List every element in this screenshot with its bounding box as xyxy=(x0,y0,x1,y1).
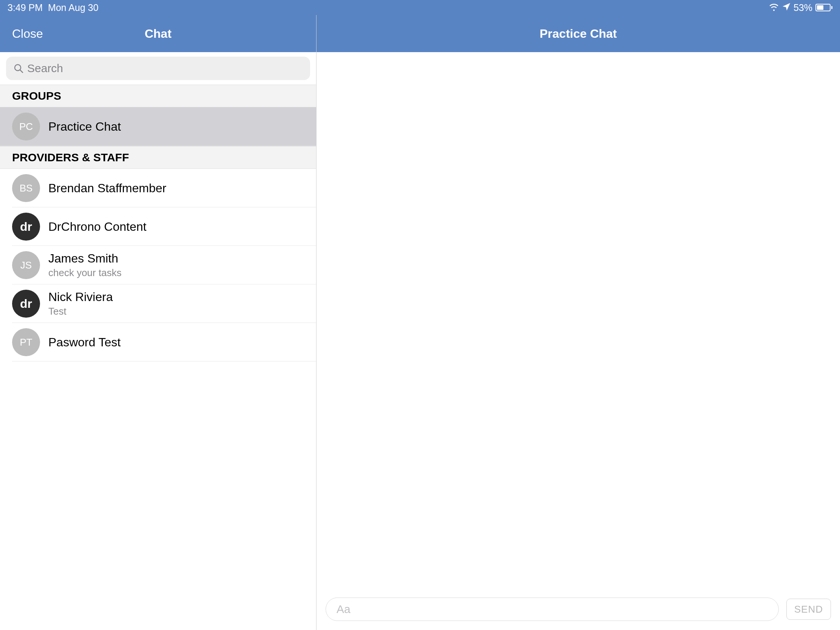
right-panel: Practice Chat SEND xyxy=(316,0,840,630)
group-name: Practice Chat xyxy=(48,120,121,134)
provider-item[interactable]: JS James Smith check your tasks xyxy=(0,246,316,284)
section-header-groups: GROUPS xyxy=(0,85,316,107)
status-time: 3:49 PM xyxy=(8,2,43,13)
provider-item[interactable]: PT Pasword Test xyxy=(0,323,316,362)
avatar: JS xyxy=(12,251,40,279)
wifi-icon xyxy=(769,2,779,13)
avatar: dr xyxy=(12,290,40,317)
provider-name: DrChrono Content xyxy=(48,220,147,234)
search-container xyxy=(0,52,316,85)
location-icon xyxy=(782,2,791,13)
search-input[interactable] xyxy=(27,62,303,75)
avatar: BS xyxy=(12,174,40,202)
provider-name: Brendan Staffmember xyxy=(48,181,166,195)
provider-item[interactable]: dr Nick Riviera Test xyxy=(0,284,316,323)
status-bar: 3:49 PM Mon Aug 30 53% xyxy=(0,0,840,15)
search-icon xyxy=(14,63,24,73)
send-button[interactable]: SEND xyxy=(786,598,831,620)
search-box[interactable] xyxy=(6,57,310,80)
avatar: dr xyxy=(12,213,40,241)
provider-name: Nick Riviera xyxy=(48,290,113,304)
battery-percent: 53% xyxy=(794,2,812,13)
avatar: PC xyxy=(12,112,40,141)
provider-item[interactable]: dr DrChrono Content xyxy=(0,207,316,246)
svg-line-1 xyxy=(20,70,23,73)
message-input-bar: SEND xyxy=(316,592,840,630)
chat-title: Practice Chat xyxy=(540,27,617,41)
provider-item[interactable]: BS Brendan Staffmember xyxy=(0,169,316,207)
status-date: Mon Aug 30 xyxy=(48,2,98,13)
battery-icon xyxy=(815,4,832,11)
left-panel-title: Chat xyxy=(0,27,316,41)
provider-subtitle: Test xyxy=(48,306,113,317)
left-panel: Close Chat GROUPS PC Practice Chat xyxy=(0,0,316,630)
close-button[interactable]: Close xyxy=(12,27,43,41)
provider-name: Pasword Test xyxy=(48,335,121,349)
message-input[interactable] xyxy=(325,597,779,621)
avatar: PT xyxy=(12,328,40,356)
group-item-practice-chat[interactable]: PC Practice Chat xyxy=(0,107,316,146)
section-header-providers: PROVIDERS & STAFF xyxy=(0,146,316,169)
chat-messages-area[interactable] xyxy=(316,52,840,592)
provider-subtitle: check your tasks xyxy=(48,267,122,279)
provider-name: James Smith xyxy=(48,251,122,265)
